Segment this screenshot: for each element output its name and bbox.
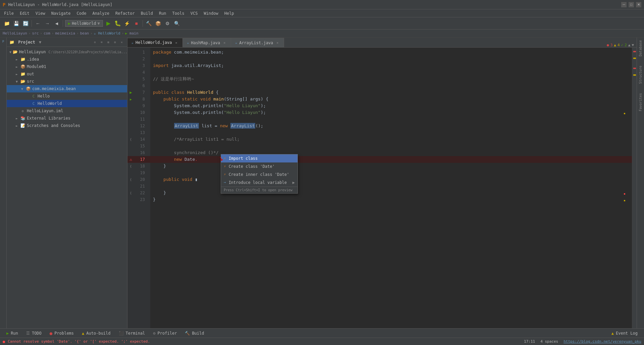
build-button[interactable]: 🔨 [145,19,153,27]
breadcrumb-main[interactable]: ▶ main [125,31,138,36]
tree-arrow-out: ► [15,72,19,76]
line-9-gutter: 9 [127,102,150,109]
bottom-tab-terminal[interactable]: ⬛ Terminal [115,329,149,337]
undo-button[interactable]: ← [34,19,42,27]
menu-tools[interactable]: Tools [170,10,187,16]
breadcrumb-helloworld[interactable]: ☕ HelloWorld [94,31,120,36]
menu-vcs[interactable]: VCS [188,10,201,16]
tree-item-package[interactable]: ▼ 📦 com.meimeixia.bean [7,85,127,92]
code-line-7: public class HelloWorld { [150,89,632,96]
status-url[interactable]: https://blog.csdn.net/yerenyuan_pku [564,339,641,344]
structure-sidebar-tab[interactable]: Structure [639,66,642,84]
tab-arraylist-close[interactable]: ✕ [275,41,280,45]
project-tree: ▼ 📂 HelloLiayun C:\Users\32120\IdeaProje… [7,47,127,328]
breadcrumb-helloworld-label: HelloWorld [98,31,120,36]
tree-item-root[interactable]: ▼ 📂 HelloLiayun C:\Users\32120\IdeaProje… [7,48,127,56]
settings-button[interactable]: ⚙ [164,19,172,27]
bottom-tab-autobuild[interactable]: ▲ Auto-build [78,329,114,337]
scroll-error-1 [633,51,636,52]
menu-refactor[interactable]: Refactor [113,10,138,16]
save-all-button[interactable]: 💾 [12,19,20,27]
sync-button[interactable]: 🔄 [21,19,30,27]
sdk-button[interactable]: 📦 [154,19,162,27]
autocomplete-item-create-inner[interactable]: ⚡ Create inner class 'Date' [221,170,298,179]
redo-button[interactable]: → [43,19,51,27]
bottom-tab-todo[interactable]: ☰ TODO [22,329,45,337]
tree-label-ext-libs: External Libraries [27,116,70,121]
open-file-button[interactable]: 📁 [3,19,11,27]
menu-build[interactable]: Build [138,10,156,16]
tree-item-helloworld[interactable]: ► C HelloWorld [7,100,127,107]
line-15-gutter: 15 [127,143,150,149]
project-dropdown-icon[interactable]: ▼ [39,40,41,45]
menu-file[interactable]: File [1,10,16,16]
compact-dirs-icon[interactable]: ⊞ [106,40,111,45]
menu-view[interactable]: View [33,10,48,16]
breadcrumb-project[interactable]: HelloLiayun [3,31,27,36]
out-folder-icon: 📁 [20,71,25,77]
tab-hashmap[interactable]: ☕ HashMap.java ✕ [183,38,231,47]
settings-icon[interactable]: ⚙ [112,40,118,45]
sidebar-icon-project[interactable]: P [1,39,6,44]
tab-hashmap-close[interactable]: ✕ [222,41,227,45]
expand-icon[interactable]: ▲ [628,43,631,47]
menu-navigate[interactable]: Navigate [49,10,73,16]
breadcrumb-com[interactable]: com [44,31,50,36]
tree-item-module01[interactable]: ► 📦 Module01 [7,63,127,70]
search-button[interactable]: 🔍 [173,19,181,27]
project-panel-title-icon: 📁 [9,40,14,45]
line-6-gutter: 6 [127,82,150,89]
coverage-button[interactable]: ⚡ [123,19,131,27]
menu-analyze[interactable]: Analyze [90,10,112,16]
menu-edit[interactable]: Edit [17,10,32,16]
menu-run[interactable]: Run [156,10,169,16]
tree-item-ext-libs[interactable]: ► 📚 External Libraries [7,115,127,122]
bottom-tab-build[interactable]: 🔨 Build [181,329,208,337]
menu-help[interactable]: Help [222,10,237,16]
scroll-indicator-panel[interactable] [632,48,637,328]
maximize-button[interactable]: □ [629,2,634,7]
back-button[interactable]: ◄ [53,19,61,27]
bottom-tab-eventlog[interactable]: ▲ Event Log [608,329,641,337]
tree-item-idea[interactable]: ► 📁 .idea [7,56,127,63]
tab-helloworld-close[interactable]: ✕ [174,40,178,45]
close-button[interactable]: ✕ [636,2,641,7]
tree-item-iml[interactable]: ► ⚙ HelloLiayun.iml [7,107,127,115]
tab-helloworld[interactable]: ☕ HelloWorld.java ✕ [127,38,183,47]
tree-item-src[interactable]: ▼ 📂 src [7,78,127,85]
toolbar-separator-1 [32,20,32,27]
toolbar-separator-2 [63,20,63,27]
close-panel-icon[interactable]: ✕ [119,40,124,45]
favorites-sidebar-tab[interactable]: Favorites [639,93,642,111]
collapse-all-icon[interactable]: ≡ [99,40,104,45]
run-button[interactable]: ▶ [104,19,112,27]
line-23-gutter: 23 [127,196,150,203]
tree-item-hello[interactable]: ► C Hello [7,92,127,100]
line-13-gutter: 13 [127,129,150,136]
tree-item-out[interactable]: ► 📁 out [7,70,127,78]
database-sidebar-tab[interactable]: Database [639,40,642,56]
tab-arraylist[interactable]: ☕ ArrayList.java ✕ [231,38,284,47]
autocomplete-item-create-class[interactable]: ⚡ Create class 'Date' [221,162,298,170]
status-indent: 4 spaces [540,339,558,344]
bottom-tab-problems[interactable]: ● Problems [46,329,77,337]
scroll-to-source-icon[interactable]: ⊙ [92,40,98,45]
breadcrumb-src[interactable]: src [32,31,39,36]
collapse-icon[interactable]: ▼ [632,43,634,47]
bottom-tab-run[interactable]: ▶ Run [3,329,22,337]
package-icon: 📦 [25,86,31,91]
debug-button[interactable]: 🐛 [114,19,122,27]
tree-item-scratches[interactable]: ► 📝 Scratches and Consoles [7,122,127,129]
autocomplete-item-import[interactable]: ⚡ Import class [221,154,298,162]
menu-code[interactable]: Code [74,10,89,16]
autocomplete-item-introduce[interactable]: → Introduce local variable ▶ [221,179,298,187]
minimize-button[interactable]: ─ [621,2,627,7]
code-editor[interactable]: package com.meimeixia.bean; import java.… [150,48,632,328]
run-config-selector[interactable]: ▶ HelloWorld ▼ [65,20,103,27]
breadcrumb-meimeixia[interactable]: meimeixia [55,31,75,36]
breadcrumb-bean[interactable]: bean [80,31,89,36]
bottom-tab-profiler[interactable]: ⚙ Profiler [149,329,180,337]
tree-label-package: com.meimeixia.bean [32,86,76,91]
stop-button[interactable]: ■ [132,19,141,27]
menu-window[interactable]: Window [201,10,221,16]
